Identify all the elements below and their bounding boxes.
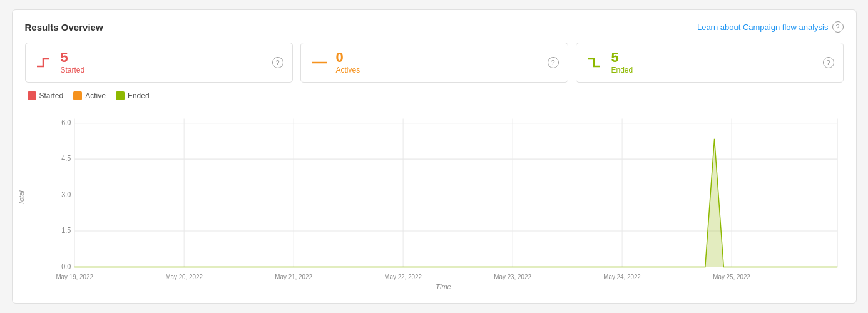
legend-ended: Ended <box>116 91 150 100</box>
stat-started-label: Started <box>61 66 85 74</box>
page-title: Results Overview <box>25 22 103 33</box>
spike-fill <box>705 139 723 267</box>
svg-text:May 21, 2022: May 21, 2022 <box>275 273 312 280</box>
stat-actives-text: 0 Actives <box>336 51 360 74</box>
stat-started-text: 5 Started <box>61 51 85 74</box>
stat-ended-text: 5 Ended <box>611 51 633 74</box>
stat-actives-label: Actives <box>336 66 360 74</box>
svg-text:May 23, 2022: May 23, 2022 <box>494 273 531 280</box>
chart-area: 0.0 1.5 3.0 4.5 6.0 May 19, 2022 May 20,… <box>44 105 844 280</box>
learn-link[interactable]: Learn about Campaign flow analysis <box>697 23 829 32</box>
ended-line <box>74 139 837 267</box>
chart-wrapper: Total <box>25 105 844 290</box>
svg-text:May 24, 2022: May 24, 2022 <box>603 273 641 280</box>
svg-text:May 19, 2022: May 19, 2022 <box>56 273 93 280</box>
stat-ended-value: 5 <box>611 51 633 64</box>
legend-started: Started <box>28 91 64 100</box>
stat-ended-help[interactable]: ? <box>823 57 834 68</box>
svg-text:May 25, 2022: May 25, 2022 <box>713 273 750 280</box>
y-axis-label: Total <box>17 190 24 205</box>
chart-svg: 0.0 1.5 3.0 4.5 6.0 May 19, 2022 May 20,… <box>44 105 844 280</box>
started-icon <box>34 53 54 73</box>
stat-ended-left: 5 Ended <box>585 51 633 74</box>
stat-card-started: 5 Started ? <box>25 43 293 83</box>
x-axis-label: Time <box>44 283 844 290</box>
svg-text:6.0: 6.0 <box>61 119 71 127</box>
stat-started-left: 5 Started <box>34 51 85 74</box>
legend-ended-box <box>116 91 125 100</box>
svg-text:May 22, 2022: May 22, 2022 <box>384 273 422 280</box>
svg-text:1.5: 1.5 <box>61 227 71 235</box>
card-header: Results Overview Learn about Campaign fl… <box>25 21 844 33</box>
legend-started-box <box>28 91 36 100</box>
actives-icon <box>310 53 330 73</box>
legend-row: Started Active Ended <box>25 91 844 100</box>
stat-card-actives: 0 Actives ? <box>300 43 568 83</box>
stats-row: 5 Started ? 0 Actives ? <box>25 43 844 83</box>
svg-text:May 20, 2022: May 20, 2022 <box>165 273 203 280</box>
svg-text:3.0: 3.0 <box>61 190 71 198</box>
stat-actives-left: 0 Actives <box>310 51 360 74</box>
stat-card-ended: 5 Ended ? <box>576 43 844 83</box>
help-icon[interactable]: ? <box>832 21 844 33</box>
legend-active-label: Active <box>85 91 106 100</box>
legend-started-label: Started <box>39 91 64 100</box>
stat-ended-label: Ended <box>611 66 633 74</box>
legend-active-box <box>73 91 82 100</box>
stat-actives-value: 0 <box>336 51 360 64</box>
results-overview-card: Results Overview Learn about Campaign fl… <box>12 9 857 304</box>
stat-actives-help[interactable]: ? <box>548 57 559 68</box>
stat-started-value: 5 <box>61 51 85 64</box>
legend-ended-label: Ended <box>128 91 150 100</box>
svg-text:0.0: 0.0 <box>61 262 71 270</box>
svg-text:4.5: 4.5 <box>61 155 71 163</box>
header-right: Learn about Campaign flow analysis ? <box>697 21 844 33</box>
stat-started-help[interactable]: ? <box>272 57 283 68</box>
legend-active: Active <box>73 91 106 100</box>
ended-icon <box>585 53 605 73</box>
